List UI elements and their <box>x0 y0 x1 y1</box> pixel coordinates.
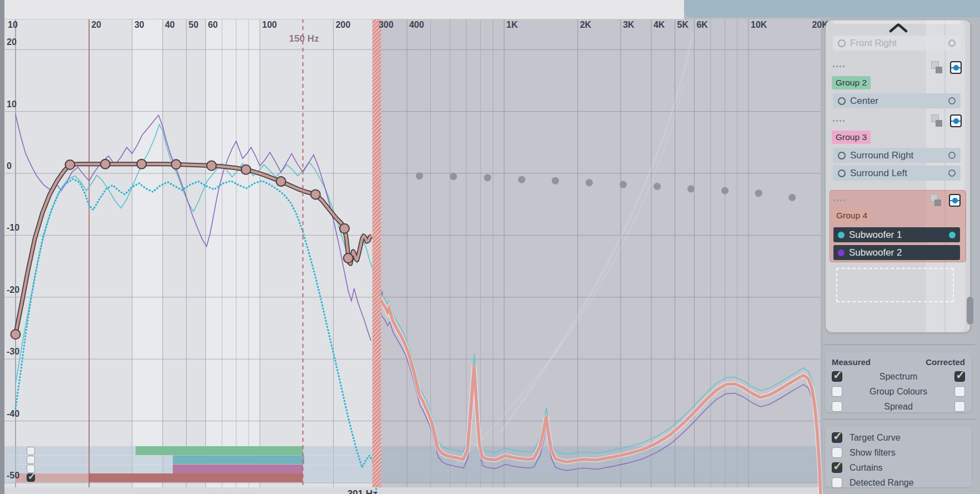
target-control-point[interactable] <box>137 159 146 169</box>
spread-label: Spread <box>842 402 954 412</box>
spectrum-corrected-checkbox[interactable] <box>954 371 965 382</box>
group-4-layers-icon[interactable] <box>930 194 941 206</box>
speaker-left-ring-icon <box>838 152 846 159</box>
range-checkbox-2[interactable] <box>27 456 35 464</box>
target-control-point[interactable] <box>172 159 181 169</box>
filter-points[interactable] <box>721 187 728 194</box>
group-3-layers-icon[interactable] <box>931 114 942 127</box>
show-filters-checkbox[interactable] <box>832 447 842 458</box>
range-checkbox-4[interactable] <box>27 473 35 482</box>
titlebar-band <box>684 0 980 17</box>
filter-points[interactable] <box>552 177 559 184</box>
speaker-left-ring-icon <box>838 39 846 47</box>
display-options-panel: Measured Corrected Spectrum Group Colour… <box>825 352 972 412</box>
group-4-name-chip[interactable]: Group 4 <box>832 209 871 222</box>
group-2-name-chip[interactable]: Group 2 <box>832 76 871 89</box>
group-3-drag-dots-icon[interactable] <box>833 120 845 122</box>
group-4-drag-dots-icon[interactable] <box>833 199 845 201</box>
filter-points[interactable] <box>586 179 593 186</box>
speaker-right-ring-icon <box>948 39 956 47</box>
curtain-frequency-label: 301 Hz <box>343 488 383 494</box>
speaker-label: Surround Right <box>850 150 913 161</box>
group-3-filter-node-icon[interactable] <box>950 114 962 127</box>
group-2-filter-node-icon[interactable] <box>950 61 962 74</box>
group-3-name-chip[interactable]: Group 3 <box>832 131 871 144</box>
spectrum-label: Spectrum <box>842 372 954 382</box>
speaker-label: Center <box>850 96 878 107</box>
speaker-row-center[interactable]: Center <box>833 93 961 108</box>
curtain-band[interactable] <box>373 19 381 487</box>
speaker-row-subwoofer-2[interactable]: Subwoofer 2 <box>833 245 960 260</box>
speaker-label: Subwoofer 1 <box>849 229 902 241</box>
range-bar[interactable] <box>173 465 303 473</box>
target-control-point[interactable] <box>207 161 216 171</box>
target-control-point[interactable] <box>340 224 349 233</box>
speaker-row-subwoofer-1[interactable]: Subwoofer 1 <box>833 227 960 242</box>
measured-column-header: Measured <box>832 357 871 367</box>
speaker-row-front-right[interactable]: Front Right <box>833 36 961 51</box>
target-control-point[interactable] <box>344 253 353 263</box>
group-colours-label: Group Colours <box>842 387 954 397</box>
filter-points[interactable] <box>416 172 423 179</box>
filter-points[interactable] <box>788 194 796 201</box>
range-bar[interactable] <box>173 456 304 465</box>
speaker-right-ring-icon <box>948 97 956 104</box>
target-control-point[interactable] <box>241 165 250 174</box>
speaker-right-ring-icon <box>948 152 956 159</box>
subwoofer-2-color-dot <box>838 250 845 256</box>
speaker-label: Subwoofer 2 <box>849 247 902 258</box>
filter-points[interactable] <box>620 181 627 188</box>
group-drop-zone[interactable] <box>836 268 954 302</box>
target-control-point[interactable] <box>11 330 21 339</box>
spectrum-measured-checkbox[interactable] <box>832 371 842 382</box>
filter-points[interactable] <box>484 174 491 181</box>
subwoofer-1-right-dot <box>949 232 956 238</box>
group-colours-measured-checkbox[interactable] <box>832 386 842 397</box>
target-control-point[interactable] <box>100 159 110 169</box>
sidebar-scrollbar-track[interactable] <box>970 24 971 330</box>
crossover-frequency-label: 150 Hz <box>284 33 324 44</box>
curtains-checkbox[interactable] <box>832 462 842 473</box>
plot-footer-strip <box>4 487 821 494</box>
sidebar-scrollbar-thumb[interactable] <box>967 297 973 325</box>
overlay-options-panel: Target Curve Show filters Curtains Detec… <box>825 426 972 487</box>
spread-corrected-checkbox[interactable] <box>954 401 965 412</box>
corrected-column-header: Corrected <box>926 357 965 367</box>
show-filters-label: Show filters <box>850 448 965 458</box>
plot-shade-band <box>132 19 163 487</box>
panel-divider <box>823 345 975 345</box>
range-checkbox-1[interactable] <box>27 447 35 455</box>
filter-points[interactable] <box>755 189 762 197</box>
speaker-left-ring-icon <box>838 169 846 177</box>
detected-range-checkbox[interactable] <box>832 477 842 488</box>
filter-points[interactable] <box>654 183 661 190</box>
speaker-row-surround-right[interactable]: Surround Right <box>833 148 961 163</box>
filter-points[interactable] <box>518 176 525 183</box>
subwoofer-1-color-dot <box>838 232 845 238</box>
scrolled-row-sliver <box>833 21 961 24</box>
collapse-panel-chevron-up-icon[interactable] <box>889 23 908 33</box>
group-2-drag-dots-icon[interactable] <box>833 66 845 67</box>
target-control-point[interactable] <box>65 160 74 169</box>
speaker-left-ring-icon <box>838 97 846 105</box>
filter-points[interactable] <box>450 173 457 180</box>
window-left-edge <box>0 0 4 494</box>
target-control-point[interactable] <box>311 189 320 199</box>
plot-shade-band <box>205 19 260 487</box>
chart-top-margin <box>4 0 684 19</box>
curtain-dim-overlay <box>381 19 821 487</box>
speaker-row-surround-left[interactable]: Surround Left <box>833 166 961 181</box>
speaker-label: Front Right <box>850 38 897 49</box>
spread-measured-checkbox[interactable] <box>832 401 842 412</box>
group-4-filter-node-icon[interactable] <box>949 194 961 207</box>
filter-points[interactable] <box>687 185 695 192</box>
panel-divider-2 <box>823 419 975 420</box>
curtains-label: Curtains <box>850 463 965 473</box>
group-4-selected-block[interactable]: Group 4 Subwoofer 1 Subwoofer 2 <box>830 190 966 262</box>
range-bar[interactable] <box>135 446 303 455</box>
group-2-layers-icon[interactable] <box>931 61 942 73</box>
target-control-point[interactable] <box>276 177 285 186</box>
group-colours-corrected-checkbox[interactable] <box>954 386 965 397</box>
range-bar[interactable] <box>89 473 303 482</box>
target-curve-checkbox[interactable] <box>832 432 842 443</box>
